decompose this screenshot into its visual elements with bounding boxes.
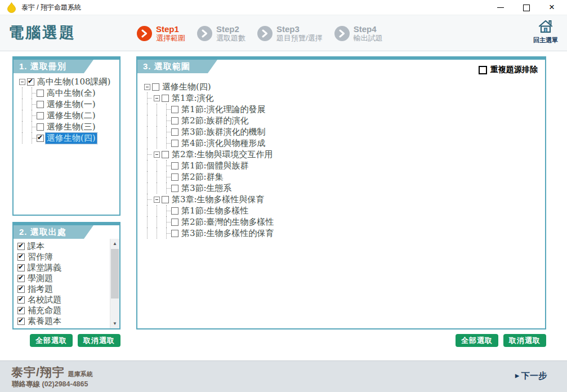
tree-item[interactable]: 第3節:族群演化的機制 bbox=[142, 126, 545, 137]
tree-item[interactable]: 選修生物(四) bbox=[17, 132, 119, 144]
tree-item-label[interactable]: 第1節:演化理論的發展 bbox=[180, 104, 267, 115]
tree-guide-line bbox=[142, 194, 152, 205]
tree-item-checkbox[interactable] bbox=[171, 207, 178, 215]
scrollbar-thumb[interactable] bbox=[111, 249, 119, 299]
tree-item[interactable]: 第1節:生物多樣性 bbox=[142, 205, 545, 216]
tree-item-checkbox[interactable] bbox=[37, 135, 44, 142]
tree-item-checkbox[interactable] bbox=[27, 78, 34, 86]
tree-item-label[interactable]: 第2節:族群的演化 bbox=[180, 115, 250, 126]
tree-item[interactable]: 高中生物(全) bbox=[17, 87, 119, 99]
tree-item[interactable]: 第3節:生態系 bbox=[142, 182, 545, 194]
tree-item[interactable]: 選修生物(三) bbox=[17, 121, 119, 132]
source-list-item[interactable]: 課本 bbox=[17, 241, 110, 252]
tree-item[interactable]: 第2節:臺灣的生物多樣性 bbox=[142, 216, 545, 228]
scroll-down-icon[interactable]: ▼ bbox=[110, 319, 119, 328]
source-checkbox[interactable] bbox=[17, 318, 25, 325]
tree-item-label[interactable]: 第2章:生物與環境交互作用 bbox=[171, 149, 274, 160]
tree-item[interactable]: 第2節:群集 bbox=[142, 171, 545, 182]
tree-item-label[interactable]: 第3章:生物多樣性與保育 bbox=[171, 194, 266, 205]
deselect-all-sources-button[interactable]: 取消選取 bbox=[78, 334, 120, 347]
source-list-item[interactable]: 補充命題 bbox=[17, 305, 110, 316]
step-4[interactable]: Step4輸出試題 bbox=[334, 24, 383, 42]
header: 電腦選題 Step1選擇範圍Step2選取題數Step3題目預覽/選擇Step4… bbox=[0, 15, 567, 51]
tree-item-label[interactable]: 第3節:族群演化的機制 bbox=[180, 127, 267, 137]
tree-item-checkbox[interactable] bbox=[162, 196, 169, 203]
source-list-item[interactable]: 名校試題 bbox=[17, 295, 110, 305]
tree-item-label[interactable]: 選修生物(一) bbox=[46, 99, 97, 110]
source-checkbox[interactable] bbox=[17, 286, 25, 293]
tree-item[interactable]: 高中生物(108課綱) bbox=[17, 76, 119, 87]
tree-item-label[interactable]: 選修生物(四) bbox=[161, 82, 212, 92]
step-3[interactable]: Step3題目預覽/選擇 bbox=[257, 24, 323, 42]
step-2[interactable]: Step2選取題數 bbox=[197, 24, 245, 42]
tree-item-label[interactable]: 第1節:個體與族群 bbox=[180, 161, 250, 171]
tree-item[interactable]: 選修生物(二) bbox=[17, 110, 119, 121]
tree-item-checkbox[interactable] bbox=[37, 90, 44, 97]
tree-item-checkbox[interactable] bbox=[37, 101, 44, 108]
tree-item-checkbox[interactable] bbox=[171, 140, 178, 147]
source-list-item[interactable]: 素養題本 bbox=[17, 316, 110, 327]
tree-item-label[interactable]: 第2節:群集 bbox=[180, 172, 225, 182]
tree-item-checkbox[interactable] bbox=[171, 185, 178, 192]
source-checkbox[interactable] bbox=[17, 264, 25, 271]
tree-item-label[interactable]: 選修生物(四) bbox=[46, 133, 97, 144]
tree-item-label[interactable]: 選修生物(二) bbox=[46, 110, 97, 121]
tree-item[interactable]: 第2章:生物與環境交互作用 bbox=[142, 149, 545, 160]
source-checkbox[interactable] bbox=[17, 253, 25, 261]
source-list-item[interactable]: 課堂講義 bbox=[17, 262, 110, 273]
tree-item[interactable]: 第2節:族群的演化 bbox=[142, 115, 545, 126]
tree-item-checkbox[interactable] bbox=[171, 230, 178, 237]
scrollbar[interactable]: ▲ ▼ bbox=[110, 239, 119, 328]
tree-item-checkbox[interactable] bbox=[152, 83, 159, 91]
tree-item-checkbox[interactable] bbox=[171, 219, 178, 226]
tree-item[interactable]: 選修生物(一) bbox=[17, 99, 119, 110]
tree-item-label[interactable]: 第1節:生物多樣性 bbox=[180, 206, 250, 216]
collapse-toggle-icon[interactable] bbox=[154, 197, 160, 203]
tree-item-label[interactable]: 第1章:演化 bbox=[171, 93, 215, 104]
select-all-range-button[interactable]: 全部選取 bbox=[456, 334, 498, 347]
tree-item[interactable]: 第1節:個體與族群 bbox=[142, 160, 545, 171]
tree-item-checkbox[interactable] bbox=[171, 128, 178, 136]
minimize-icon[interactable] bbox=[497, 4, 504, 11]
tree-item-label[interactable]: 第3節:生態系 bbox=[180, 183, 233, 194]
tree-item-checkbox[interactable] bbox=[171, 106, 178, 113]
source-list-item[interactable]: 學測題 bbox=[17, 273, 110, 284]
tree-item-label[interactable]: 第3節:生物多樣性的保育 bbox=[180, 228, 275, 239]
home-button[interactable]: 回主選單 bbox=[529, 19, 562, 44]
tree-item[interactable]: 第4節:演化與物種形成 bbox=[142, 137, 545, 149]
source-checkbox[interactable] bbox=[17, 243, 25, 250]
next-step-button[interactable]: ▶ 下一步 bbox=[515, 371, 547, 381]
tree-item[interactable]: 第1章:演化 bbox=[142, 92, 545, 104]
tree-item-label[interactable]: 第4節:演化與物種形成 bbox=[180, 138, 267, 149]
source-list-item[interactable]: 指考題 bbox=[17, 284, 110, 295]
tree-item-checkbox[interactable] bbox=[171, 173, 178, 181]
maximize-icon[interactable] bbox=[523, 4, 529, 11]
source-list-item[interactable]: 習作簿 bbox=[17, 252, 110, 262]
tree-item-checkbox[interactable] bbox=[171, 162, 178, 170]
tree-item-checkbox[interactable] bbox=[37, 112, 44, 119]
tree-item[interactable]: 選修生物(四) bbox=[142, 81, 545, 92]
source-checkbox[interactable] bbox=[17, 296, 25, 304]
tree-item-label[interactable]: 高中生物(全) bbox=[46, 88, 97, 99]
close-icon[interactable]: × bbox=[548, 4, 556, 11]
step-1[interactable]: Step1選擇範圍 bbox=[137, 24, 185, 42]
select-all-sources-button[interactable]: 全部選取 bbox=[30, 334, 73, 347]
tree-item-label[interactable]: 第2節:臺灣的生物多樣性 bbox=[180, 217, 275, 228]
tree-item-label[interactable]: 選修生物(三) bbox=[46, 122, 97, 132]
deselect-all-range-button[interactable]: 取消選取 bbox=[503, 334, 546, 347]
source-checkbox[interactable] bbox=[17, 307, 25, 314]
collapse-toggle-icon[interactable] bbox=[154, 152, 160, 158]
collapse-toggle-icon[interactable] bbox=[19, 79, 25, 85]
tree-item-checkbox[interactable] bbox=[171, 117, 178, 124]
collapse-toggle-icon[interactable] bbox=[144, 84, 150, 90]
tree-item[interactable]: 第3章:生物多樣性與保育 bbox=[142, 194, 545, 205]
tree-item-checkbox[interactable] bbox=[37, 123, 44, 131]
tree-item[interactable]: 第1節:演化理論的發展 bbox=[142, 104, 545, 115]
collapse-toggle-icon[interactable] bbox=[154, 95, 160, 101]
scroll-up-icon[interactable]: ▲ bbox=[110, 239, 119, 248]
tree-item-label[interactable]: 高中生物(108課綱) bbox=[36, 77, 111, 87]
source-checkbox[interactable] bbox=[17, 275, 25, 282]
tree-item-checkbox[interactable] bbox=[162, 95, 169, 102]
tree-item-checkbox[interactable] bbox=[162, 151, 169, 158]
tree-item[interactable]: 第3節:生物多樣性的保育 bbox=[142, 228, 545, 239]
